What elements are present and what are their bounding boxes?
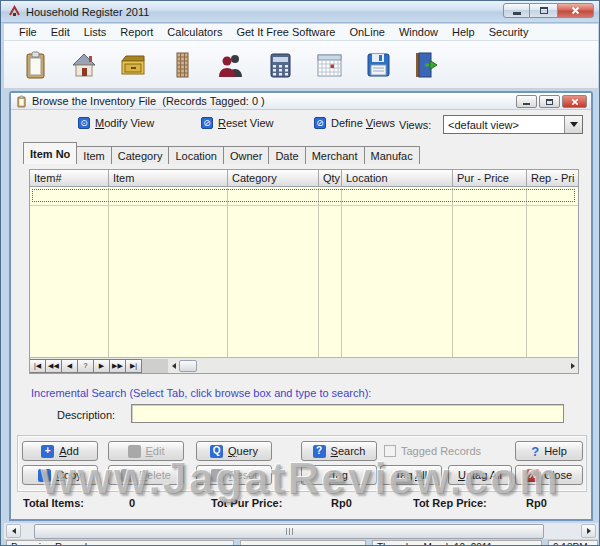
search-button[interactable]: ? Search bbox=[301, 441, 377, 461]
toolbar-button-exit[interactable] bbox=[411, 49, 443, 81]
clipboard-icon bbox=[20, 50, 50, 80]
app-titlebar: Household Register 2011 bbox=[1, 1, 599, 23]
calculator-icon bbox=[265, 50, 295, 80]
action-panel: + Add Edit Q Query ? Search Tagged Recor… bbox=[17, 435, 587, 492]
save-icon bbox=[363, 50, 393, 80]
help-button[interactable]: ? Help bbox=[515, 441, 583, 461]
checkbox-icon bbox=[384, 445, 396, 457]
nav-last-button[interactable]: ▶| bbox=[125, 359, 142, 373]
views-dropdown[interactable]: <default view> bbox=[443, 115, 583, 134]
tagged-records-label: Tagged Records bbox=[401, 445, 481, 457]
menu-item-file[interactable]: File bbox=[12, 24, 44, 40]
close-x-icon: X bbox=[526, 469, 539, 482]
tot-pur-price-value: Rp0 bbox=[331, 497, 352, 509]
query-button[interactable]: Q Query bbox=[196, 441, 272, 461]
menu-item-window[interactable]: Window bbox=[392, 24, 445, 40]
query-icon: Q bbox=[210, 445, 223, 458]
app-hscrollbar-thumb[interactable] bbox=[34, 524, 544, 539]
window-maximize-button[interactable] bbox=[530, 3, 557, 18]
add-icon: + bbox=[41, 445, 54, 458]
tag-button[interactable]: Tag bbox=[301, 465, 377, 485]
add-button[interactable]: + Add bbox=[22, 441, 98, 461]
description-input[interactable] bbox=[131, 404, 564, 423]
modify-view-label: Modify View bbox=[95, 117, 154, 129]
delete-icon bbox=[121, 469, 134, 482]
nav-first-button[interactable]: |◀ bbox=[29, 359, 46, 373]
calendar-icon bbox=[314, 50, 344, 80]
browse-title: Browse the Inventory File (Records Tagge… bbox=[32, 95, 265, 107]
view-bar: ⊙ Modify View ⊘ Reset View ⊘ Define View… bbox=[11, 110, 591, 140]
clipboard-icon bbox=[16, 95, 27, 108]
search-icon: ? bbox=[313, 445, 326, 458]
table-body[interactable] bbox=[30, 188, 578, 357]
toolbar-button-home[interactable] bbox=[68, 49, 100, 81]
tab-date[interactable]: Date bbox=[268, 146, 305, 164]
window-close-button[interactable] bbox=[557, 3, 594, 18]
toolbar-button-people[interactable] bbox=[215, 49, 247, 81]
scroll-right-icon[interactable] bbox=[567, 363, 578, 369]
menu-item-online[interactable]: OnLine bbox=[342, 24, 391, 40]
tab-category[interactable]: Category bbox=[111, 146, 170, 164]
status-date: Thursday, March 10, 2011 bbox=[372, 540, 542, 546]
reset-view-link[interactable]: ⊘ Reset View bbox=[201, 117, 273, 129]
toolbar-button-organizer[interactable] bbox=[166, 49, 198, 81]
browse-close-button[interactable] bbox=[562, 95, 587, 108]
define-views-link[interactable]: ⊘ Define Views bbox=[314, 117, 395, 129]
status-blank bbox=[240, 540, 366, 546]
menu-item-help[interactable]: Help bbox=[445, 24, 482, 40]
browse-minimize-button[interactable] bbox=[516, 95, 537, 108]
scroll-left-button[interactable] bbox=[6, 524, 21, 538]
total-items-label: Total Items: bbox=[23, 497, 84, 509]
tagged-records-checkbox: Tagged Records bbox=[384, 445, 481, 457]
tab-merchant[interactable]: Merchant bbox=[305, 146, 365, 164]
nav-fast-prev-button[interactable]: ◀◀ bbox=[45, 359, 62, 373]
building-icon bbox=[167, 50, 197, 80]
maximize-icon bbox=[540, 7, 548, 14]
window-minimize-button[interactable] bbox=[503, 3, 530, 18]
menu-item-edit[interactable]: Edit bbox=[44, 24, 77, 40]
menu-item-calculators[interactable]: Calculators bbox=[160, 24, 229, 40]
dropdown-arrow-button[interactable] bbox=[564, 116, 582, 133]
menu-item-security[interactable]: Security bbox=[482, 24, 536, 40]
col-item: Item bbox=[109, 170, 228, 186]
toolbar-button-inventory[interactable] bbox=[19, 49, 51, 81]
tab-item-no[interactable]: Item No bbox=[23, 142, 77, 164]
toolbar bbox=[4, 41, 598, 89]
selected-row[interactable] bbox=[32, 189, 575, 202]
menu-item-get-it-free-software[interactable]: Get It Free Software bbox=[229, 24, 342, 40]
reset-view-icon: ⊘ bbox=[201, 117, 213, 129]
scroll-right-button[interactable] bbox=[581, 524, 596, 538]
tab-item[interactable]: Item bbox=[76, 146, 111, 164]
delete-button: Delete bbox=[108, 465, 184, 485]
browse-maximize-button[interactable] bbox=[539, 95, 560, 108]
nav-fast-next-button[interactable]: ▶▶ bbox=[109, 359, 126, 373]
nav-next-button[interactable]: ▶ bbox=[93, 359, 110, 373]
scroll-left-icon[interactable] bbox=[168, 363, 179, 369]
toolbar-button-calendar[interactable] bbox=[313, 49, 345, 81]
tag-all-button[interactable]: Tag All bbox=[380, 465, 442, 485]
define-views-icon: ⊘ bbox=[314, 117, 326, 129]
minimize-icon bbox=[523, 103, 530, 105]
toolbar-button-file-drawer[interactable] bbox=[117, 49, 149, 81]
tab-manufac[interactable]: Manufac bbox=[364, 146, 420, 164]
toolbar-button-calculator[interactable] bbox=[264, 49, 296, 81]
table-hscrollbar-thumb[interactable] bbox=[179, 360, 197, 372]
modify-view-link[interactable]: ⊙ Modify View bbox=[78, 117, 154, 129]
edit-icon bbox=[128, 445, 141, 458]
tab-location[interactable]: Location bbox=[168, 146, 224, 164]
menu-item-report[interactable]: Report bbox=[113, 24, 160, 40]
copy-button[interactable]: ” Copy bbox=[22, 465, 98, 485]
description-label: Description: bbox=[57, 409, 115, 421]
table-hscrollbar[interactable] bbox=[168, 359, 578, 373]
untag-all-button[interactable]: Untag All bbox=[448, 465, 512, 485]
app-window: Household Register 2011 File Edit Lists … bbox=[0, 0, 600, 546]
menu-item-lists[interactable]: Lists bbox=[77, 24, 114, 40]
toolbar-button-save[interactable] bbox=[362, 49, 394, 81]
tab-owner[interactable]: Owner bbox=[223, 146, 269, 164]
nav-locate-button[interactable]: ? bbox=[77, 359, 94, 373]
nav-prev-button[interactable]: ◀ bbox=[61, 359, 78, 373]
app-hscrollbar[interactable] bbox=[4, 523, 598, 539]
close-action-button[interactable]: X Close bbox=[515, 465, 583, 485]
tot-pur-price-label: Tot Pur Price: bbox=[211, 497, 282, 509]
incremental-search-hint: Incremental Search (Select Tab, click br… bbox=[31, 387, 371, 399]
